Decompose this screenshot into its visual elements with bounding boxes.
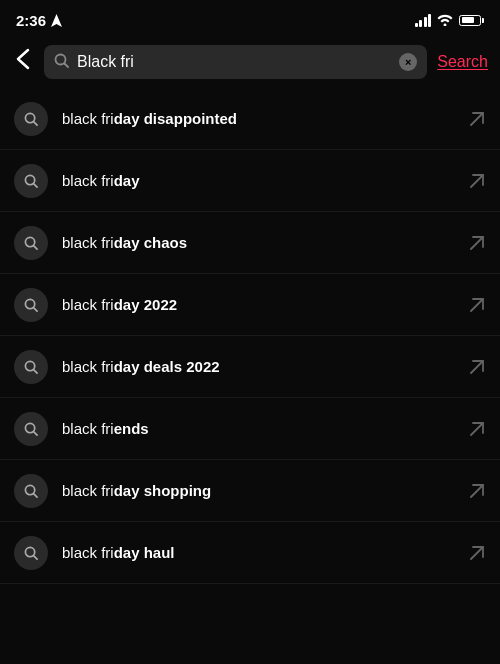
list-item[interactable]: black friends (0, 398, 500, 460)
suggestion-text: black friends (62, 420, 468, 437)
svg-line-10 (471, 237, 483, 249)
clear-button[interactable]: × (399, 53, 417, 71)
suggestion-search-icon (14, 350, 48, 384)
suggestion-arrow-icon (468, 172, 486, 190)
suggestion-text: black friday chaos (62, 234, 468, 251)
search-icon (54, 53, 69, 71)
search-input-wrapper: × (44, 45, 427, 79)
suggestion-arrow-icon (468, 482, 486, 500)
list-item[interactable]: black friday deals 2022 (0, 336, 500, 398)
svg-line-13 (471, 299, 483, 311)
location-arrow-icon (51, 14, 62, 27)
svg-line-18 (34, 431, 37, 434)
time-display: 2:36 (16, 12, 46, 29)
suggestion-arrow-icon (468, 420, 486, 438)
search-button[interactable]: Search (437, 53, 488, 71)
suggestion-text: black friday 2022 (62, 296, 468, 313)
svg-line-22 (471, 485, 483, 497)
svg-line-19 (471, 423, 483, 435)
back-button[interactable] (12, 44, 34, 80)
svg-line-25 (471, 547, 483, 559)
svg-line-16 (471, 361, 483, 373)
list-item[interactable]: black friday haul (0, 522, 500, 584)
list-item[interactable]: black friday shopping (0, 460, 500, 522)
wifi-icon (437, 14, 453, 26)
svg-line-21 (34, 493, 37, 496)
suggestion-arrow-icon (468, 544, 486, 562)
suggestion-search-icon (14, 288, 48, 322)
suggestion-text: black friday disappointed (62, 110, 468, 127)
svg-line-24 (34, 555, 37, 558)
list-item[interactable]: black friday (0, 150, 500, 212)
svg-line-1 (65, 64, 69, 68)
status-icons (415, 13, 485, 27)
suggestion-arrow-icon (468, 110, 486, 128)
suggestion-search-icon (14, 474, 48, 508)
svg-line-12 (34, 307, 37, 310)
battery-icon (459, 15, 484, 26)
status-time: 2:36 (16, 12, 62, 29)
suggestion-arrow-icon (468, 358, 486, 376)
suggestions-list: black friday disappointed black friday (0, 88, 500, 584)
svg-line-9 (34, 245, 37, 248)
search-bar-row: × Search (0, 36, 500, 88)
svg-line-4 (471, 113, 483, 125)
signal-icon (415, 13, 432, 27)
suggestion-search-icon (14, 412, 48, 446)
search-input[interactable] (77, 53, 391, 71)
list-item[interactable]: black friday 2022 (0, 274, 500, 336)
suggestion-text: black friday (62, 172, 468, 189)
suggestion-search-icon (14, 102, 48, 136)
status-bar: 2:36 (0, 0, 500, 36)
svg-line-7 (471, 175, 483, 187)
svg-line-15 (34, 369, 37, 372)
svg-line-3 (34, 121, 37, 124)
list-item[interactable]: black friday chaos (0, 212, 500, 274)
suggestion-arrow-icon (468, 296, 486, 314)
suggestion-text: black friday haul (62, 544, 468, 561)
svg-line-6 (34, 183, 37, 186)
suggestion-text: black friday deals 2022 (62, 358, 468, 375)
suggestion-arrow-icon (468, 234, 486, 252)
list-item[interactable]: black friday disappointed (0, 88, 500, 150)
suggestion-text: black friday shopping (62, 482, 468, 499)
suggestion-search-icon (14, 226, 48, 260)
suggestion-search-icon (14, 164, 48, 198)
suggestion-search-icon (14, 536, 48, 570)
